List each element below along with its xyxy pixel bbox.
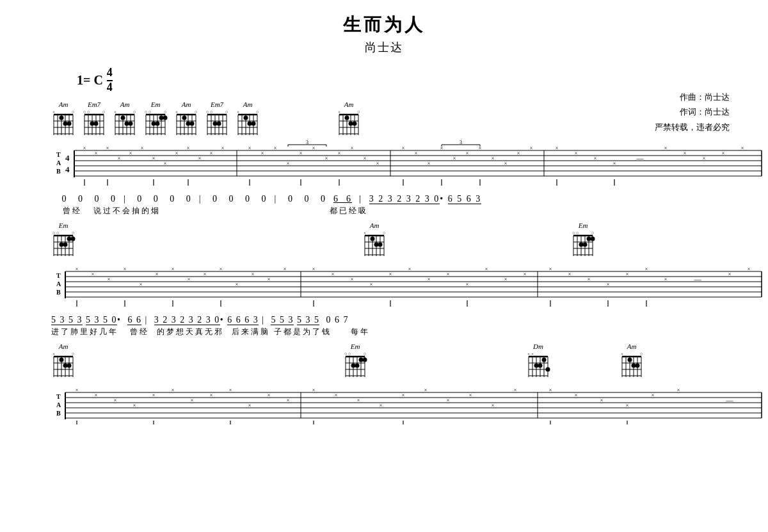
svg-point-29 bbox=[94, 121, 99, 125]
svg-text:×: × bbox=[260, 150, 264, 156]
svg-text:4: 4 bbox=[65, 165, 70, 174]
chord-diagram-Am-4: × ○ bbox=[236, 109, 260, 136]
svg-point-371 bbox=[628, 357, 632, 362]
chord-name: Am bbox=[344, 101, 354, 108]
svg-point-341 bbox=[359, 357, 364, 362]
svg-text:×: × bbox=[286, 160, 289, 166]
svg-point-106 bbox=[252, 121, 256, 125]
chord-diagram-Em-2: ○ ○ ○ bbox=[51, 230, 76, 257]
svg-text:×: × bbox=[331, 271, 334, 277]
chord-name: Em bbox=[151, 101, 161, 108]
svg-text:×: × bbox=[114, 109, 116, 115]
svg-text:×: × bbox=[504, 276, 507, 282]
svg-text:×: × bbox=[123, 266, 126, 272]
svg-text:3: 3 bbox=[306, 140, 308, 145]
svg-text:×: × bbox=[186, 145, 189, 151]
svg-text:×: × bbox=[427, 160, 430, 166]
svg-text:A: A bbox=[56, 280, 61, 287]
chord-diagram-Em7-2: ○ ○ ○ bbox=[205, 109, 229, 136]
svg-text:A: A bbox=[56, 159, 61, 166]
svg-text:×: × bbox=[338, 109, 340, 115]
svg-text:×: × bbox=[625, 402, 628, 408]
svg-text:×: × bbox=[175, 150, 178, 156]
tab-staff-3: T A B × × × × × × × bbox=[51, 380, 730, 427]
svg-point-12 bbox=[60, 115, 64, 120]
artist-name: 尚士达 bbox=[38, 40, 730, 55]
svg-text:×: × bbox=[235, 281, 238, 287]
svg-text:×: × bbox=[237, 109, 239, 115]
svg-text:○: ○ bbox=[72, 109, 74, 115]
svg-text:○: ○ bbox=[195, 109, 197, 115]
svg-text:○: ○ bbox=[210, 109, 212, 115]
svg-text:×: × bbox=[209, 150, 212, 156]
chord-diagram-Am-6: × ○ bbox=[362, 230, 387, 257]
svg-text:×: × bbox=[446, 271, 449, 277]
svg-point-355 bbox=[542, 357, 547, 362]
svg-text:B: B bbox=[56, 289, 61, 296]
svg-text:T: T bbox=[56, 151, 61, 158]
svg-text:×: × bbox=[283, 266, 286, 272]
tab-staff-svg-2: T A B × × × × bbox=[51, 259, 768, 310]
svg-text:×: × bbox=[491, 155, 494, 161]
svg-text:A: A bbox=[56, 401, 61, 408]
song-title: 生而为人 bbox=[38, 13, 730, 37]
svg-text:×: × bbox=[52, 351, 55, 357]
chord-diagram-Em-4: ○ ○ ○ bbox=[343, 351, 367, 378]
svg-text:×: × bbox=[516, 150, 520, 156]
tab-staff-svg-3: T A B × × × × × × × bbox=[51, 380, 768, 424]
composer-label: 作曲：尚士达 bbox=[655, 90, 730, 104]
svg-text:×: × bbox=[388, 271, 392, 277]
svg-text:×: × bbox=[350, 145, 353, 151]
svg-text:×: × bbox=[139, 281, 142, 287]
svg-text:T: T bbox=[56, 272, 61, 279]
svg-text:○: ○ bbox=[572, 230, 575, 236]
svg-text:○: ○ bbox=[591, 230, 594, 236]
svg-text:○: ○ bbox=[348, 351, 351, 357]
svg-point-324 bbox=[63, 363, 68, 367]
svg-point-105 bbox=[248, 121, 252, 125]
notation-line-1: 0 0 0 0 | 0 0 0 0 | 0 0 0 0 | 0 0 0 6 6 … bbox=[51, 194, 730, 204]
svg-point-44 bbox=[129, 121, 133, 125]
svg-text:×: × bbox=[117, 155, 120, 161]
svg-point-342 bbox=[363, 357, 367, 362]
svg-text:×: × bbox=[424, 387, 427, 393]
svg-point-121 bbox=[353, 121, 357, 125]
svg-text:×: × bbox=[312, 145, 315, 151]
copyright-label: 严禁转载，违者必究 bbox=[655, 120, 730, 134]
svg-point-356 bbox=[534, 363, 539, 367]
chord-diagram-Em7: ○ ○ ○ bbox=[82, 109, 106, 136]
chord-name: Em bbox=[579, 222, 588, 229]
svg-text:×: × bbox=[107, 276, 110, 282]
chord-Em7-2: Em7 ○ ○ ○ bbox=[205, 101, 229, 136]
svg-text:○: ○ bbox=[72, 230, 74, 236]
chord-diagram-Am: × ○ bbox=[51, 109, 76, 136]
svg-text:×: × bbox=[299, 150, 302, 156]
svg-text:×: × bbox=[527, 351, 530, 357]
svg-text:×: × bbox=[248, 145, 251, 151]
svg-text:×: × bbox=[587, 276, 590, 282]
svg-text:×: × bbox=[83, 145, 86, 151]
svg-point-43 bbox=[125, 121, 129, 125]
lyricist-label: 作词：尚士达 bbox=[655, 104, 730, 119]
svg-text:×: × bbox=[198, 155, 201, 161]
chord-diagram-Em-3: ○ ○ ○ bbox=[571, 230, 595, 257]
time-numerator: 4 bbox=[107, 67, 113, 81]
svg-text:3: 3 bbox=[460, 140, 462, 145]
svg-text:4: 4 bbox=[65, 153, 70, 163]
svg-point-234 bbox=[378, 242, 383, 246]
svg-text:×: × bbox=[531, 351, 534, 357]
svg-point-42 bbox=[121, 115, 125, 120]
svg-text:×: × bbox=[683, 150, 686, 156]
svg-point-219 bbox=[71, 236, 76, 241]
svg-text:×: × bbox=[273, 145, 276, 151]
svg-point-104 bbox=[244, 115, 248, 120]
svg-point-323 bbox=[60, 357, 64, 362]
svg-text:×: × bbox=[555, 145, 558, 151]
svg-text:×: × bbox=[376, 160, 379, 166]
svg-text:×: × bbox=[187, 276, 190, 282]
svg-text:×: × bbox=[740, 145, 744, 151]
svg-text:×: × bbox=[369, 281, 372, 287]
chord-diagram-Em: ○ ○ ○ bbox=[143, 109, 168, 136]
svg-point-76 bbox=[190, 121, 195, 125]
svg-text:×: × bbox=[248, 402, 251, 408]
